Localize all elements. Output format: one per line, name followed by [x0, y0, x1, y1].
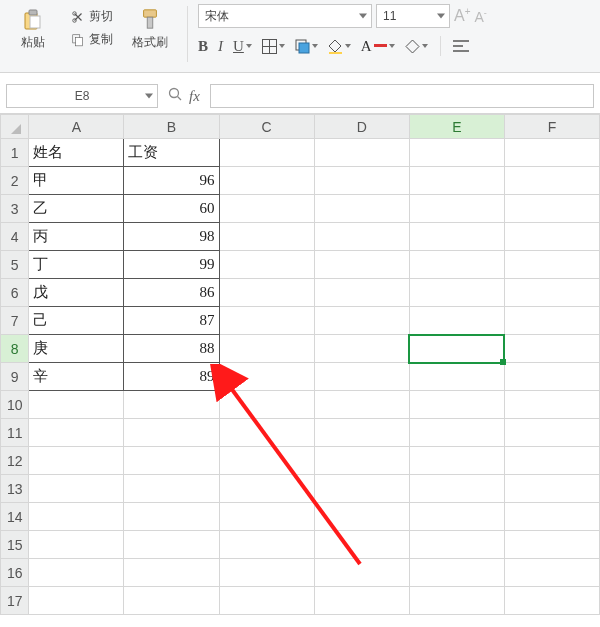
cell[interactable] — [504, 419, 599, 447]
row-header[interactable]: 16 — [1, 559, 29, 587]
col-header-E[interactable]: E — [409, 115, 504, 139]
cell[interactable] — [124, 587, 219, 615]
cell[interactable] — [409, 559, 504, 587]
cell[interactable] — [124, 447, 219, 475]
cell[interactable] — [409, 195, 504, 223]
row-header[interactable]: 8 — [1, 335, 29, 363]
diamond-button[interactable] — [405, 39, 428, 54]
cell[interactable] — [504, 391, 599, 419]
cell[interactable] — [504, 335, 599, 363]
cell[interactable] — [314, 139, 409, 167]
cell[interactable] — [314, 279, 409, 307]
cell[interactable] — [124, 559, 219, 587]
cell-A7[interactable]: 己 — [29, 307, 124, 335]
col-header-B[interactable]: B — [124, 115, 219, 139]
cell[interactable] — [504, 559, 599, 587]
cell[interactable] — [314, 223, 409, 251]
cell[interactable] — [504, 475, 599, 503]
cell-A2[interactable]: 甲 — [29, 167, 124, 195]
cell[interactable] — [219, 139, 314, 167]
cell[interactable] — [314, 559, 409, 587]
bold-button[interactable]: B — [198, 38, 208, 55]
cell[interactable] — [124, 475, 219, 503]
cell[interactable] — [504, 447, 599, 475]
cell[interactable] — [219, 503, 314, 531]
cell[interactable] — [29, 531, 124, 559]
row-header[interactable]: 7 — [1, 307, 29, 335]
cell[interactable] — [29, 447, 124, 475]
cell[interactable] — [219, 223, 314, 251]
row-header[interactable]: 4 — [1, 223, 29, 251]
cell[interactable] — [409, 419, 504, 447]
font-size-select[interactable]: 11 — [376, 4, 450, 28]
cell[interactable] — [219, 419, 314, 447]
cell-B5[interactable]: 99 — [124, 251, 219, 279]
cell-B9[interactable]: 89 — [124, 363, 219, 391]
sheet[interactable]: A B C D E F 1 姓名 工资 2 甲 96 3 — [0, 114, 600, 615]
cell[interactable] — [314, 447, 409, 475]
align-button[interactable] — [453, 39, 469, 53]
cell-B4[interactable]: 98 — [124, 223, 219, 251]
cell[interactable] — [504, 531, 599, 559]
cell-B2[interactable]: 96 — [124, 167, 219, 195]
row-header[interactable]: 9 — [1, 363, 29, 391]
cell[interactable] — [219, 167, 314, 195]
cell[interactable] — [314, 167, 409, 195]
cell[interactable] — [504, 587, 599, 615]
cell[interactable] — [409, 279, 504, 307]
cell[interactable] — [29, 587, 124, 615]
row-header[interactable]: 11 — [1, 419, 29, 447]
cell-A9[interactable]: 辛 — [29, 363, 124, 391]
cell[interactable] — [409, 447, 504, 475]
col-header-D[interactable]: D — [314, 115, 409, 139]
cell[interactable] — [409, 391, 504, 419]
cell[interactable] — [409, 363, 504, 391]
row-header[interactable]: 6 — [1, 279, 29, 307]
cell[interactable] — [314, 475, 409, 503]
cell[interactable] — [219, 363, 314, 391]
cell[interactable] — [314, 363, 409, 391]
cell[interactable] — [504, 195, 599, 223]
cell[interactable] — [124, 391, 219, 419]
cell-A6[interactable]: 戊 — [29, 279, 124, 307]
row-header[interactable]: 12 — [1, 447, 29, 475]
cell[interactable] — [409, 167, 504, 195]
increase-font-button[interactable]: A+ — [454, 6, 471, 25]
cell[interactable] — [409, 251, 504, 279]
cell[interactable] — [124, 419, 219, 447]
format-painter-button[interactable]: 格式刷 — [123, 4, 177, 53]
cell[interactable] — [219, 447, 314, 475]
cell[interactable] — [504, 279, 599, 307]
select-all-corner[interactable] — [1, 115, 29, 139]
cell[interactable] — [409, 531, 504, 559]
cell[interactable] — [219, 307, 314, 335]
cell[interactable] — [409, 475, 504, 503]
cell[interactable] — [409, 587, 504, 615]
row-header[interactable]: 3 — [1, 195, 29, 223]
cell[interactable] — [219, 475, 314, 503]
cut-button[interactable]: 剪切 — [66, 6, 117, 27]
cell[interactable] — [219, 391, 314, 419]
fill-color-button[interactable] — [328, 39, 351, 54]
row-header[interactable]: 2 — [1, 167, 29, 195]
cell[interactable] — [504, 503, 599, 531]
cell-B6[interactable]: 86 — [124, 279, 219, 307]
cell-B3[interactable]: 60 — [124, 195, 219, 223]
cell-B1[interactable]: 工资 — [124, 139, 219, 167]
cell[interactable] — [29, 475, 124, 503]
row-header[interactable]: 10 — [1, 391, 29, 419]
cell[interactable] — [504, 223, 599, 251]
cell-B7[interactable]: 87 — [124, 307, 219, 335]
row-header[interactable]: 1 — [1, 139, 29, 167]
cell-B8[interactable]: 88 — [124, 335, 219, 363]
cell-A8[interactable]: 庚 — [29, 335, 124, 363]
cell[interactable] — [314, 251, 409, 279]
row-header[interactable]: 15 — [1, 531, 29, 559]
col-header-F[interactable]: F — [504, 115, 599, 139]
cell[interactable] — [219, 531, 314, 559]
cell[interactable] — [314, 587, 409, 615]
cell[interactable] — [219, 587, 314, 615]
cell-A5[interactable]: 丁 — [29, 251, 124, 279]
row-header[interactable]: 17 — [1, 587, 29, 615]
cell[interactable] — [314, 307, 409, 335]
